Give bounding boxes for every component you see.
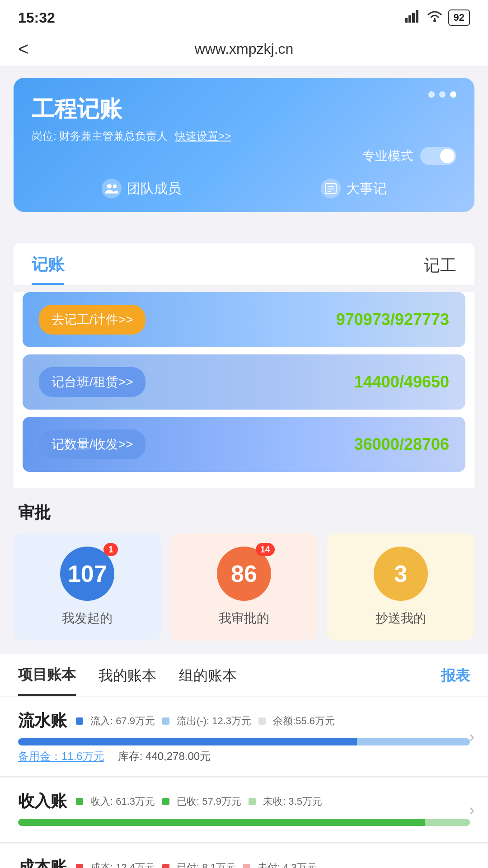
approval-circle-cc: 3 (374, 547, 428, 601)
cashflow-inventory: 库存: 440,278.00元 (118, 749, 211, 764)
back-button[interactable]: < (18, 39, 28, 59)
svg-point-6 (113, 184, 117, 188)
eng-card-title: 工程记账 (32, 94, 456, 124)
income-bar-received (18, 819, 425, 826)
work-item-3[interactable]: 记数量/收发>> 36000/28706 (23, 417, 465, 472)
work-btn-2[interactable]: 记台班/租赁>> (39, 367, 145, 397)
approval-circle-pending: 86 14 (217, 547, 271, 601)
team-label: 团队成员 (127, 179, 181, 198)
income-stats: 收入: 61.3万元 已收: 57.9万元 未收: 3.5万元 (76, 795, 322, 808)
pro-mode-row: 专业模式 (32, 147, 456, 165)
cashflow-inflow-label: 流入: 67.9万元 (90, 714, 155, 728)
income-pending-label: 未收: 3.5万元 (263, 795, 322, 808)
pro-mode-label: 专业模式 (362, 147, 413, 165)
tab-ledger[interactable]: 记账 (32, 254, 64, 285)
work-values-1: 970973/927773 (336, 310, 449, 329)
cashflow-outflow-label: 流出(-): 12.3万元 (177, 714, 251, 728)
income-progress (18, 819, 470, 826)
ledger-report-button[interactable]: 报表 (441, 666, 470, 695)
cashflow-bar-outflow (357, 738, 470, 745)
income-total-label: 收入: 61.3万元 (90, 795, 155, 808)
approval-section-title: 审批 (0, 488, 488, 533)
ledger-nav-tab-project[interactable]: 项目账本 (18, 665, 76, 696)
ledger-card-cost[interactable]: 成本账 成本: 12.4万元 已付: 8.1万元 未付: 4.3万元 › (0, 844, 488, 868)
cashflow-header: 流水账 流入: 67.9万元 流出(-): 12.3万元 余额:55.6万元 (18, 710, 470, 732)
income-header: 收入账 收入: 61.3万元 已收: 57.9万元 未收: 3.5万元 (18, 790, 470, 812)
approval-badge-initiated: 1 (103, 543, 118, 556)
income-dot-pending (249, 798, 256, 805)
status-icons: 92 (405, 9, 470, 26)
approval-label-initiated: 我发起的 (62, 610, 113, 627)
eng-card-position: 岗位: 财务兼主管兼总负责人 快速设置>> (32, 129, 456, 143)
battery-icon: 92 (448, 9, 470, 26)
eng-card: 工程记账 岗位: 财务兼主管兼总负责人 快速设置>> 专业模式 (14, 78, 474, 212)
approval-card-cc[interactable]: 3 抄送我的 (327, 533, 474, 641)
approval-label-cc: 抄送我的 (375, 610, 426, 627)
ledger-nav-tab-mine[interactable]: 我的账本 (99, 666, 156, 695)
cashflow-dot-inflow (76, 717, 83, 725)
cost-total-label: 成本: 12.4万元 (90, 861, 155, 868)
team-action[interactable]: 团队成员 (102, 179, 181, 198)
svg-rect-0 (405, 18, 408, 23)
nav-url: www.xmpzkj.cn (195, 41, 294, 57)
approval-badge-pending: 14 (256, 543, 275, 556)
work-values-3: 36000/28706 (354, 435, 449, 454)
approval-card-pending[interactable]: 86 14 我审批的 (170, 533, 318, 641)
dot-3 (450, 91, 456, 98)
income-bar-pending (425, 819, 470, 826)
income-dot-total (76, 798, 83, 805)
pro-mode-toggle[interactable] (420, 147, 456, 165)
cashflow-bar-inflow (18, 738, 357, 745)
dot-1 (428, 91, 435, 98)
svg-rect-3 (416, 10, 418, 23)
status-time: 15:32 (18, 9, 55, 26)
work-item-2[interactable]: 记台班/租赁>> 14400/49650 (23, 354, 465, 410)
svg-rect-1 (408, 15, 411, 23)
cashflow-dot-balance (258, 717, 266, 725)
dot-2 (439, 91, 446, 98)
svg-point-4 (433, 19, 436, 22)
cost-stats: 成本: 12.4万元 已付: 8.1万元 未付: 4.3万元 (76, 861, 317, 868)
ledger-card-income[interactable]: 收入账 收入: 61.3万元 已收: 57.9万元 未收: 3.5万元 › (0, 778, 488, 843)
status-bar: 15:32 92 (0, 0, 488, 32)
approval-label-pending: 我审批的 (219, 610, 269, 627)
milestone-icon (321, 179, 341, 198)
toggle-thumb (440, 149, 455, 163)
cost-chevron: › (469, 867, 474, 868)
work-item-1[interactable]: 去记工/计件>> 970973/927773 (23, 292, 465, 347)
cost-header: 成本账 成本: 12.4万元 已付: 8.1万元 未付: 4.3万元 (18, 856, 470, 868)
ledger-tab-bar: 记账 记工 (14, 243, 474, 285)
work-btn-1[interactable]: 去记工/计件>> (39, 305, 145, 335)
signal-icon (405, 10, 421, 26)
ledger-nav: 项目账本 我的账本 组的账本 报表 (0, 654, 488, 696)
milestone-label: 大事记 (346, 179, 387, 198)
eng-card-actions: 团队成员 大事记 (32, 179, 456, 198)
approval-circle-initiated: 107 1 (60, 547, 114, 601)
cashflow-stats: 流入: 67.9万元 流出(-): 12.3万元 余额:55.6万元 (76, 714, 335, 728)
work-btn-3[interactable]: 记数量/收发>> (39, 429, 145, 459)
cashflow-reserve-link[interactable]: 备用金：11.6万元 (18, 749, 104, 764)
work-values-2: 14400/49650 (354, 373, 449, 392)
ledger-card-cashflow[interactable]: 流水账 流入: 67.9万元 流出(-): 12.3万元 余额:55.6万元 备… (0, 697, 488, 777)
income-title: 收入账 (18, 790, 67, 812)
svg-point-5 (107, 184, 112, 189)
approval-card-initiated[interactable]: 107 1 我发起的 (14, 533, 161, 641)
cashflow-title: 流水账 (18, 710, 67, 732)
tab-work[interactable]: 记工 (424, 255, 456, 284)
wifi-icon (427, 10, 443, 26)
approval-row: 107 1 我发起的 86 14 我审批的 3 抄送我的 (0, 533, 488, 654)
cashflow-balance-label: 余额:55.6万元 (273, 714, 335, 728)
card-dots (428, 91, 456, 98)
milestone-action[interactable]: 大事记 (321, 179, 387, 198)
cost-title: 成本账 (18, 856, 67, 868)
income-dot-received (162, 798, 169, 805)
income-chevron: › (469, 801, 474, 820)
cost-dot-paid (162, 864, 169, 868)
quick-set-button[interactable]: 快速设置>> (175, 129, 231, 143)
cashflow-progress (18, 738, 470, 745)
income-received-label: 已收: 57.9万元 (177, 795, 241, 808)
ledger-nav-tab-group[interactable]: 组的账本 (179, 666, 237, 695)
nav-bar: < www.xmpzkj.cn (0, 32, 488, 67)
svg-rect-2 (412, 13, 415, 23)
cost-unpaid-label: 未付: 4.3万元 (258, 861, 317, 868)
